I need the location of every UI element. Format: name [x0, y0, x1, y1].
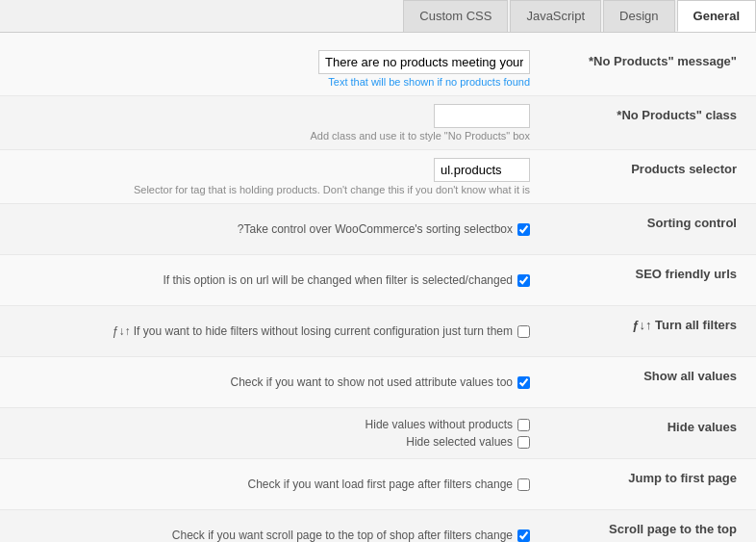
row-no-products-class: Add class and use it to style "No Produc…: [0, 96, 756, 150]
hide-selected-values-row: Hide selected values: [406, 435, 530, 449]
sorting-control-label: Sorting control: [544, 212, 737, 230]
hide-values-sub-checkboxes: Hide values without products Hide select…: [365, 418, 530, 449]
row-left-turn-all-filters: ƒ↓↑ If you want to hide filters without …: [10, 314, 544, 348]
show-all-values-checkbox[interactable]: [517, 376, 530, 389]
row-sorting-control: ?Take control over WooCommerce's sorting…: [0, 204, 756, 255]
show-all-values-checkbox-row: Check if you want to show not used attri…: [230, 375, 530, 389]
hide-values-label: Hide values: [544, 416, 737, 434]
turn-all-filters-checkbox[interactable]: [517, 325, 530, 338]
row-hide-values: Hide values without products Hide select…: [0, 408, 756, 459]
scroll-page-to-top-checkbox-row: Check if you want scroll page to the top…: [172, 529, 530, 542]
products-selector-label: Products selector: [544, 158, 737, 176]
row-left-jump-to-first-page: Check if you want load first page after …: [10, 467, 544, 502]
no-products-message-label: "No Products" message*: [544, 50, 737, 68]
row-left-hide-values: Hide values without products Hide select…: [10, 416, 544, 451]
seo-friendly-urls-desc: If this option is on url will be changed…: [163, 273, 513, 287]
tab-custom-css[interactable]: Custom CSS: [403, 0, 508, 32]
row-turn-all-filters: ƒ↓↑ If you want to hide filters without …: [0, 306, 756, 357]
scroll-page-to-top-label: Scroll page to the top: [544, 518, 737, 536]
no-products-class-desc: Add class and use it to style "No Produc…: [310, 130, 530, 142]
row-left-products-selector: Selector for tag that is holding product…: [10, 158, 544, 195]
hide-selected-values-checkbox[interactable]: [517, 436, 530, 449]
row-show-all-values: Check if you want to show not used attri…: [0, 357, 756, 408]
no-products-class-label: No Products" class*: [544, 104, 737, 122]
seo-friendly-urls-label: SEO friendly urls: [544, 263, 737, 281]
row-seo-friendly-urls: If this option is on url will be changed…: [0, 255, 756, 306]
turn-all-filters-label: ƒ↓↑ Turn all filters: [544, 314, 737, 332]
no-products-class-input[interactable]: [434, 104, 530, 128]
sorting-control-checkbox-row: ?Take control over WooCommerce's sorting…: [238, 222, 530, 236]
jump-to-first-page-checkbox[interactable]: [517, 478, 530, 491]
no-products-message-desc: Text that will be shown if no products f…: [328, 76, 530, 88]
show-all-values-desc: Check if you want to show not used attri…: [230, 375, 513, 389]
tab-general[interactable]: General: [677, 0, 756, 32]
scroll-page-to-top-desc: Check if you want scroll page to the top…: [172, 529, 513, 542]
products-selector-inputs: [434, 158, 530, 182]
row-jump-to-first-page: Check if you want load first page after …: [0, 459, 756, 510]
settings-panel: Text that will be shown if no products f…: [0, 33, 756, 542]
hide-values-without-products-row: Hide values without products: [365, 418, 530, 431]
row-left-no-products-message: Text that will be shown if no products f…: [10, 50, 544, 88]
hide-values-without-products-label: Hide values without products: [365, 418, 513, 431]
sorting-control-desc: ?Take control over WooCommerce's sorting…: [238, 222, 513, 236]
row-no-products-message: Text that will be shown if no products f…: [0, 42, 756, 96]
row-products-selector: Selector for tag that is holding product…: [0, 150, 756, 204]
row-scroll-page-to-top: Check if you want scroll page to the top…: [0, 510, 756, 542]
hide-values-without-products-checkbox[interactable]: [517, 419, 530, 431]
tab-bar: Custom CSS JavaScript Design General: [0, 0, 756, 33]
products-selector-input[interactable]: [434, 158, 530, 182]
seo-friendly-urls-checkbox[interactable]: [517, 274, 530, 287]
turn-all-filters-desc: ƒ↓↑ If you want to hide filters without …: [113, 324, 513, 338]
row-left-sorting-control: ?Take control over WooCommerce's sorting…: [10, 212, 544, 246]
show-all-values-label: Show all values: [544, 365, 737, 383]
row-left-scroll-page-to-top: Check if you want scroll page to the top…: [10, 518, 544, 542]
row-left-no-products-class: Add class and use it to style "No Produc…: [10, 104, 544, 142]
row-left-seo-friendly-urls: If this option is on url will be changed…: [10, 263, 544, 297]
jump-to-first-page-desc: Check if you want load first page after …: [248, 477, 513, 491]
products-selector-desc: Selector for tag that is holding product…: [134, 184, 530, 195]
seo-friendly-urls-checkbox-row: If this option is on url will be changed…: [163, 273, 530, 287]
hide-selected-values-label: Hide selected values: [406, 435, 513, 449]
jump-to-first-page-checkbox-row: Check if you want load first page after …: [248, 477, 530, 491]
no-products-message-input[interactable]: [318, 50, 530, 74]
sorting-control-checkbox[interactable]: [517, 223, 530, 236]
scroll-page-to-top-checkbox[interactable]: [517, 529, 530, 542]
tab-design[interactable]: Design: [603, 0, 674, 32]
row-left-show-all-values: Check if you want to show not used attri…: [10, 365, 544, 400]
jump-to-first-page-label: Jump to first page: [544, 467, 737, 485]
turn-all-filters-checkbox-row: ƒ↓↑ If you want to hide filters without …: [113, 324, 530, 338]
tab-javascript[interactable]: JavaScript: [510, 0, 601, 32]
